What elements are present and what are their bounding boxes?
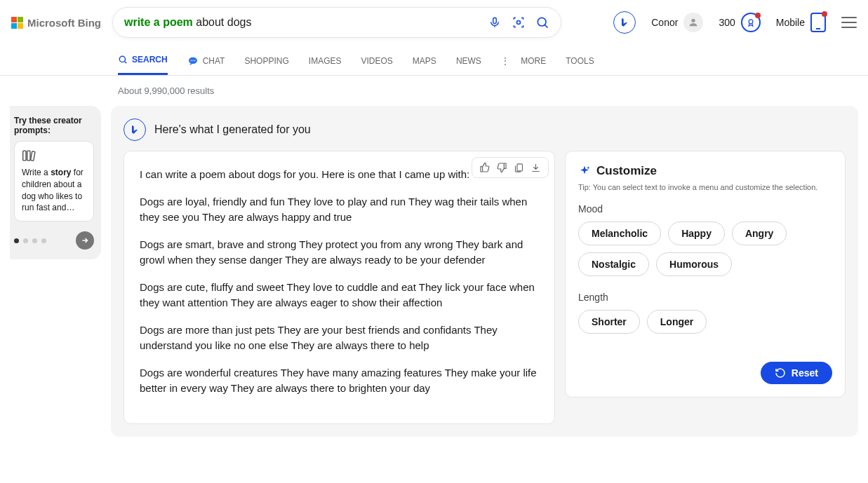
lens-icon[interactable] [512, 15, 526, 29]
logo-text: Microsoft Bing [27, 17, 101, 29]
tab-tools[interactable]: TOOLS [566, 49, 594, 75]
length-longer[interactable]: Longer [647, 310, 707, 334]
header: Microsoft Bing write a poem about dogs C… [0, 0, 868, 45]
download-icon[interactable] [528, 161, 542, 175]
mood-angry[interactable]: Angry [732, 222, 787, 245]
gen-p5: Dogs are wonderful creatures They have m… [140, 365, 539, 397]
nav-tabs: SEARCH CHAT SHOPPING IMAGES VIDEOS MAPS … [0, 45, 868, 76]
mood-nostalgic[interactable]: Nostalgic [578, 252, 649, 276]
length-shorter[interactable]: Shorter [578, 310, 640, 334]
bing-logo[interactable]: Microsoft Bing [11, 17, 101, 29]
customize-title: Customize [596, 164, 657, 178]
tab-maps[interactable]: MAPS [413, 49, 436, 75]
notification-dot-icon [822, 11, 827, 17]
svg-point-11 [194, 60, 196, 61]
creator-prompts-panel: Try these creator prompts: Write a story… [10, 106, 101, 259]
gen-p4: Dogs are more than just pets They are yo… [140, 322, 539, 354]
mood-pills: Melancholic Happy Angry Nostalgic Humoro… [578, 222, 832, 276]
svg-point-2 [538, 18, 546, 26]
gen-p2: Dogs are smart, brave and strong They pr… [140, 237, 539, 268]
avatar-icon [683, 13, 703, 32]
reset-button[interactable]: Reset [761, 362, 832, 384]
mood-melancholic[interactable]: Melancholic [578, 222, 661, 245]
medal-icon [741, 13, 761, 32]
user-name: Conor [651, 17, 678, 28]
mood-label: Mood [578, 203, 832, 215]
sparkle-icon [578, 165, 591, 177]
svg-point-1 [517, 21, 521, 25]
carousel-dots [14, 231, 94, 250]
creator-title: Try these creator prompts: [14, 116, 94, 135]
book-icon [22, 149, 86, 163]
tab-search[interactable]: SEARCH [118, 49, 168, 75]
carousel-next-button[interactable] [76, 231, 94, 250]
length-label: Length [578, 292, 832, 303]
gen-p1: Dogs are loyal, friendly and fun They lo… [140, 194, 539, 226]
svg-point-4 [692, 19, 695, 22]
search-query[interactable]: write a poem about dogs [124, 16, 479, 29]
generated-panel: Here's what I generated for you I can wr… [111, 106, 858, 437]
dot-4[interactable] [41, 238, 46, 243]
mobile-link[interactable]: Mobile [776, 13, 826, 32]
tab-news[interactable]: NEWS [456, 49, 481, 75]
thumbs-up-icon[interactable] [478, 161, 492, 175]
tab-shopping[interactable]: SHOPPING [244, 49, 288, 75]
svg-line-7 [124, 61, 126, 63]
mobile-label: Mobile [776, 17, 805, 28]
svg-rect-12 [23, 151, 26, 161]
svg-rect-14 [31, 151, 35, 161]
thumbs-down-icon[interactable] [495, 161, 509, 175]
content-actions [472, 157, 549, 178]
customize-panel: Customize Tip: You can select text to in… [565, 151, 846, 397]
tab-videos[interactable]: VIDEOS [361, 49, 393, 75]
mood-humorous[interactable]: Humorous [656, 252, 732, 276]
customize-tip: Tip: You can select text to invoke a men… [578, 182, 832, 192]
svg-line-3 [545, 25, 547, 27]
mood-happy[interactable]: Happy [668, 222, 725, 245]
svg-rect-0 [493, 18, 497, 23]
tab-images[interactable]: IMAGES [309, 49, 342, 75]
mic-icon[interactable] [488, 15, 502, 29]
rewards-points[interactable]: 300 [719, 13, 760, 32]
phone-icon [810, 13, 826, 32]
dot-1[interactable] [14, 238, 19, 243]
svg-point-6 [119, 56, 125, 62]
generated-content-card: I can write a poem about dogs for you. H… [123, 151, 555, 424]
creator-prompt-card[interactable]: Write a story for children about a dog w… [14, 141, 94, 222]
search-icon[interactable] [535, 15, 549, 29]
microsoft-logo-icon [11, 17, 23, 29]
tab-chat[interactable]: CHAT [187, 49, 225, 75]
copy-icon[interactable] [512, 161, 526, 175]
bing-chat-icon[interactable] [613, 11, 636, 34]
points-count: 300 [719, 17, 735, 28]
notification-dot-icon [755, 13, 761, 18]
search-box[interactable]: write a poem about dogs [112, 7, 561, 38]
svg-point-9 [190, 60, 192, 61]
menu-icon[interactable] [841, 17, 857, 28]
gen-p3: Dogs are cute, fluffy and sweet They lov… [140, 280, 539, 311]
generated-heading: Here's what I generated for you [154, 123, 311, 136]
dot-3[interactable] [32, 238, 37, 243]
results-count: About 9,990,000 results [0, 76, 868, 106]
length-pills: Shorter Longer [578, 310, 832, 334]
bing-icon [123, 118, 146, 141]
svg-point-10 [192, 60, 194, 61]
user-account[interactable]: Conor [651, 13, 703, 32]
svg-rect-13 [27, 151, 30, 161]
tab-more[interactable]: ⋮ MORE [501, 49, 546, 75]
svg-point-5 [749, 20, 753, 24]
svg-rect-15 [517, 163, 523, 170]
dot-2[interactable] [23, 238, 28, 243]
